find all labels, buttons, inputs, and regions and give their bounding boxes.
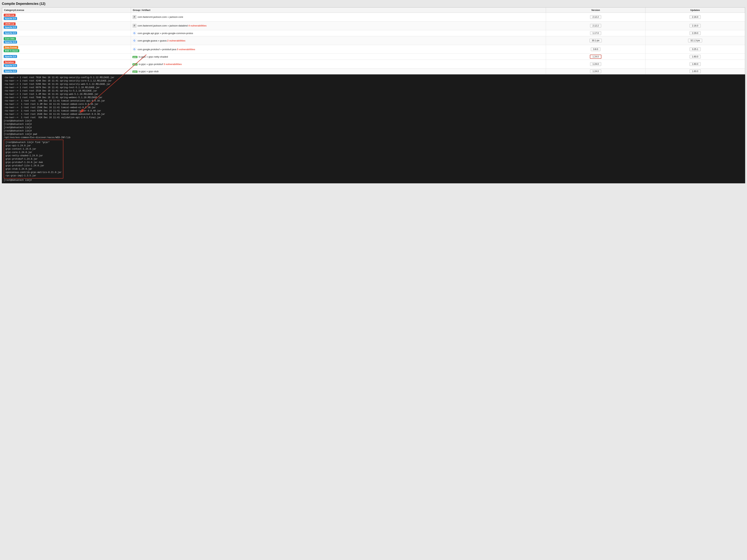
category-cell: JSON LibApache 2.0 [2,22,131,30]
updates-cell: 2.16.0 [645,13,745,22]
version-cell: 30.1-jre [546,36,645,45]
updates-value: 1.60.0 [690,70,700,73]
terminal-line: -rw-rwxr--+ 1 root root 635K Dec 16 11:4… [4,109,743,113]
terminal-boxed-line: [root@dahuatech lib]# find *grpc* [5,141,61,144]
terminal-boxed-line: grpc-protobuf-1.24.0.jar.bak [5,161,61,164]
version-value: 1.17.0 [590,31,601,35]
terminal-last-line: [root@dahuatech lib]# [4,179,743,182]
updates-cell: 3.25.1 [645,45,745,54]
category-cell: JSON LibApache 2.0 [2,13,131,22]
artifact-name: com.fasterxml.jackson.core » jackson-cor… [138,16,183,18]
updates-cell: 32.1.3-jre [645,36,745,45]
artifact-name: com.fasterxml.jackson.core » jackson-dat… [138,24,188,27]
terminal-line: -rw-rwxr--+ 1 root root 254K Dec 16 11:4… [4,106,743,109]
terminal-section: -rw-rwxr--+ 1 root root 761K Dec 16 11:4… [2,75,745,183]
artifact-name: com.google.guava » guava [138,39,166,42]
col-header-updates: Updates [645,7,745,13]
updates-cell: 2.29.0 [645,30,745,36]
updates-cell: 2.16.0 [645,22,745,30]
category-cell: SerializerApache 2.0 [2,60,131,69]
version-value: 1.24.0 [590,55,601,59]
badge-apache: Apache 2.0 [4,70,17,73]
version-value: 3.8.0 [591,47,601,51]
artifact-cell: grpcio.grpc » grpc-stub [131,69,546,74]
terminal-line: -rw-rwxr--+ 1 root root 251K Dec 16 11:4… [4,89,743,92]
fasterxml-icon: F [132,15,136,19]
table-row: Apache 2.0Gcom.google.api.grpc » proto-g… [2,30,745,36]
version-cell: 1.24.0 [546,69,645,74]
badge-apache: Apache 2.0 [4,55,17,58]
google-icon: G [132,38,136,43]
google-icon: G [132,47,136,51]
updates-value: 3.25.1 [690,47,700,51]
table-row: JSON LibApache 2.0Fcom.fasterxml.jackson… [2,13,745,22]
terminal-line: -rw-rwxr--+ 1 root root 1.4M Dec 16 11:4… [4,92,743,96]
terminal-line: -rw-rwxr--+ 1 root root 14K Dec 16 11:41… [4,99,743,103]
updates-value: 1.60.0 [690,62,700,66]
terminal-line: [root@dahuatech lib]# [4,129,743,133]
terminal-line: -rw-rwxr--+ 1 root root 784K Dec 16 11:4… [4,96,743,99]
badge-coreutils: Core Utils [4,37,16,40]
col-header-group: Group / Artifact [131,7,546,13]
artifact-name: io.grpc » grpc-stub [138,70,159,73]
updates-cell: 1.60.0 [645,60,745,69]
vulnerability-badge: 2 vulnerabilities [166,39,185,42]
version-value: 1.24.0 [590,62,601,66]
terminal-line: -rw-rwxr--+ 1 root root 264K Dec 16 11:4… [4,113,743,116]
badge-bsd: BSD 3-clause [4,49,19,52]
grpc-icon: grpc [132,63,138,65]
grpc-icon: grpc [132,71,138,73]
table-row: Data FormatBSD 3-clauseGcom.google.proto… [2,45,745,54]
version-value: 1.24.0 [590,70,601,73]
terminal-boxed-line: grpc-netty-shaded-1.24.0.jar [5,154,61,157]
badge-apache: Apache 2.0 [4,17,17,20]
version-cell: 2.12.2 [546,13,645,22]
terminal-boxed-line: opencensus-contrib-grpc-metrics-0.21.0.j… [5,171,61,174]
page-title: Compile Dependencies (12) [2,2,745,6]
table-row: JSON LibApache 2.0Fcom.fasterxml.jackson… [2,22,745,30]
artifact-cell: grpcio.grpc » grpc-protobuf 3 vulnerabil… [131,60,546,69]
terminal-boxed-line: grpc-context-1.24.0.jar [5,148,61,151]
badge-apache: Apache 2.0 [4,31,17,34]
updates-value: 2.16.0 [690,15,700,19]
badge-json: JSON Lib [4,22,16,25]
version-value: 2.12.2 [590,24,601,28]
terminal-last-line: [root@dahuatech lib]# [4,179,743,182]
terminal-line: [root@dahuatech lib]# [4,119,743,123]
dep-table: Category/License Group / Artifact Versio… [2,7,745,74]
artifact-cell: Gcom.google.api.grpc » proto-google-comm… [131,30,546,36]
badge-apache: Apache 2.0 [4,26,17,29]
artifact-cell: Gcom.google.protobuf » protobuf-java 5 v… [131,45,546,54]
terminal-line: -rw-rwxr--+ 1 root root 526K Dec 16 11:4… [4,83,743,86]
version-value: 2.12.2 [590,15,601,19]
terminal-line: [root@dahuatech lib]# [4,123,743,126]
terminal-line: -rw-rwxr--+ 1 root root 91K Dec 16 11:41… [4,116,743,119]
dep-table-container: Category/License Group / Artifact Versio… [2,7,745,75]
category-cell: Core UtilsApache 2.0 [2,36,131,45]
artifact-cell: Fcom.fasterxml.jackson.core » jackson-da… [131,22,546,30]
terminal-box-lines: [root@dahuatech lib]# find *grpc*grpc-ap… [5,141,61,178]
terminal-line: -rw-rwxr--+ 1 root root 607K Dec 16 11:4… [4,86,743,89]
artifact-name: com.google.protobuf » protobuf-java [138,48,176,51]
badge-serializer: Serializer [4,61,16,64]
terminal-line: [root@dahuatech lib]# [4,126,743,129]
artifact-cell: grpcio.grpc » grpc-netty-shaded [131,54,546,60]
version-cell: 2.12.2 [546,22,645,30]
category-cell: Apache 2.0 [2,30,131,36]
updates-cell: 1.60.0 [645,69,745,74]
vulnerability-badge: 3 vulnerabilities [163,63,182,65]
table-row: SerializerApache 2.0grpcio.grpc » grpc-p… [2,60,745,69]
category-cell: Data FormatBSD 3-clause [2,45,131,54]
terminal-boxed: [root@dahuatech lib]# find *grpc*grpc-ap… [4,140,63,179]
artifact-cell: Gcom.google.guava » guava 2 vulnerabilit… [131,36,546,45]
vulnerability-badge: 5 vulnerabilities [176,48,195,51]
col-header-version: Version [546,7,645,13]
badge-apache: Apache 2.0 [4,64,17,67]
terminal-line: -rw-rwxr--+ 1 root root 761K Dec 16 11:4… [4,76,743,79]
updates-value: 2.29.0 [690,31,700,35]
google-icon: G [132,31,136,35]
updates-value: 1.60.0 [690,55,700,58]
col-header-category: Category/License [2,7,131,13]
version-cell: 1.24.0 [546,60,645,69]
grpc-icon: grpc [132,56,138,58]
